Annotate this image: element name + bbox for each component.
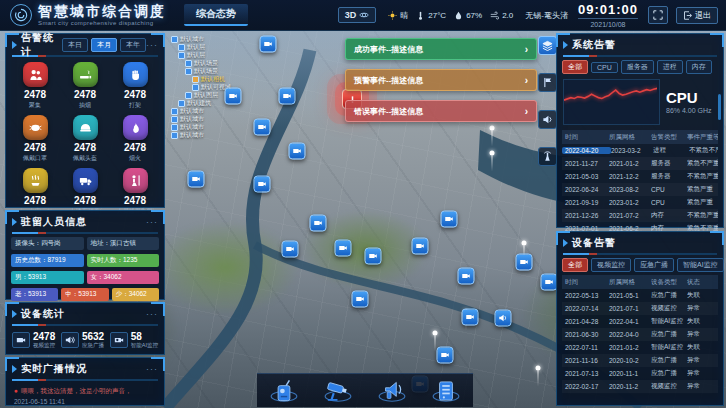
alarm-stat-抽烟[interactable]: 2478抽烟 [60, 62, 110, 110]
app-logo-icon [10, 4, 32, 26]
alarm-flag-tool-button[interactable] [538, 73, 557, 92]
success-event-banner[interactable]: 成功事件--描述信息 › [345, 38, 537, 60]
broadcast-tower-tool-button[interactable] [538, 147, 557, 166]
alarm-stat-佩戴口罩[interactable]: 2478佩戴口罩 [10, 115, 60, 163]
tab-overall-situation[interactable]: 综合态势 [184, 4, 248, 26]
alarm-stat-土渣车顶盖[interactable]: 2478土渣车顶盖 [60, 168, 110, 216]
camera-marker[interactable] [541, 274, 558, 291]
layer-icon [171, 124, 178, 131]
alarm-count: 2478 [24, 89, 46, 100]
tab-应急广播[interactable]: 应急广播 [634, 258, 674, 272]
table-row[interactable]: 2021-05-032021-12-2服务器不紧急严重 [562, 170, 718, 183]
camera-marker[interactable] [188, 171, 205, 188]
layers-tool-button[interactable] [538, 36, 557, 55]
table-row[interactable]: 2022-02-172020-11-2视频监控异常 [562, 380, 718, 393]
tab-智能AI监控[interactable]: 智能AI监控 [677, 258, 724, 272]
table-row[interactable]: 2021-06-302022-04-0应急广播异常 [562, 328, 718, 341]
speaker-tool-button[interactable] [538, 110, 557, 129]
map-pin[interactable] [522, 241, 527, 246]
table-row[interactable]: 2021-04-282022-04-1智能AI监控失联 [562, 315, 718, 328]
logout-button[interactable]: 退出 [676, 7, 718, 24]
camera-marker[interactable] [365, 248, 382, 265]
alarm-period-tabs: 本日本月本年 [62, 38, 146, 52]
camera-marker[interactable] [412, 238, 429, 255]
camera-marker[interactable] [289, 143, 306, 160]
alarm-stat-打架[interactable]: 2478打架 [110, 62, 160, 110]
table-row[interactable]: 2022-05-132021-05-1应急广播失联 [562, 289, 718, 302]
layer-tree-item[interactable]: 默认相机 [171, 75, 257, 83]
table-row[interactable]: 2022-06-242023-08-2CPU紧急严重 [562, 183, 718, 196]
camera-marker[interactable] [352, 291, 369, 308]
table-row[interactable]: 2021-12-262021-07-2内存不紧急严重 [562, 209, 718, 222]
layer-tree-item[interactable]: 默认城市 [171, 35, 257, 43]
layer-tree-item[interactable]: 默认城市 [171, 115, 257, 123]
tab-本年[interactable]: 本年 [120, 38, 146, 52]
alarm-count: 2478 [74, 89, 96, 100]
camera-marker[interactable] [254, 176, 271, 193]
layer-tree-item[interactable]: 默认层 [171, 43, 257, 51]
intercom-tool-button[interactable] [269, 377, 299, 405]
camera-icon [12, 332, 30, 348]
camera-marker[interactable] [282, 241, 299, 258]
layer-tree-item[interactable]: 默认层 [171, 51, 257, 59]
layer-tree-item[interactable]: 默认场景 [171, 59, 257, 67]
alarm-stat-火灾[interactable]: 2478火灾 [10, 168, 60, 216]
table-row[interactable]: 2022-04-202023-03-2进程不紧急不严重 [562, 144, 718, 157]
alarm-stat-烟火[interactable]: 2478烟火 [110, 115, 160, 163]
view-mode-3d-toggle[interactable]: 3D [338, 7, 377, 23]
camera-marker[interactable] [310, 215, 327, 232]
tab-CPU[interactable]: CPU [591, 62, 618, 73]
loudspeaker-tool-button[interactable] [377, 377, 407, 405]
layer-tree-item[interactable]: 默认可视域 [171, 83, 257, 91]
cctv-tool-button[interactable] [323, 377, 353, 405]
camera-marker[interactable] [462, 309, 479, 326]
tab-内存[interactable]: 内存 [686, 60, 712, 74]
map-pin[interactable] [490, 126, 495, 131]
table-row[interactable]: 2022-07-112021-01-2智能AI监控失联 [562, 341, 718, 354]
alarm-stat-人员越界告警[interactable]: 2478人员越界告警 [110, 168, 160, 216]
error-event-banner[interactable]: 错误事件--描述信息 › [345, 100, 537, 122]
table-row[interactable]: 2021-07-132020-11-1应急广播异常 [562, 367, 718, 380]
warning-event-banner[interactable]: 预警事件--描述信息 › [345, 69, 537, 91]
panel-menu-button[interactable]: ··· [146, 309, 158, 319]
tab-全部[interactable]: 全部 [562, 60, 588, 74]
alarm-stat-聚集[interactable]: 2478聚集 [10, 62, 60, 110]
layer-tree-item[interactable]: 默认图层 [171, 91, 257, 99]
panel-menu-button[interactable]: ··· [146, 364, 158, 374]
layer-tree-item[interactable]: 默认场景 [171, 67, 257, 75]
camera-marker[interactable] [225, 88, 242, 105]
camera-marker[interactable] [441, 211, 458, 228]
map-pin[interactable] [536, 366, 541, 371]
tab-服务器[interactable]: 服务器 [621, 60, 654, 74]
layer-tree-item[interactable]: 默认城市 [171, 131, 257, 139]
table-row[interactable]: 2022-07-142021-07-1视频监控异常 [562, 302, 718, 315]
camera-marker[interactable] [458, 268, 475, 285]
fullscreen-button[interactable] [648, 6, 668, 24]
tab-本日[interactable]: 本日 [62, 38, 88, 52]
table-row[interactable]: 2021-09-192023-01-2CPU紧急严重 [562, 196, 718, 209]
map-pin[interactable] [433, 331, 438, 336]
tab-本月[interactable]: 本月 [91, 38, 117, 52]
scrollbar[interactable] [718, 94, 721, 120]
panel-menu-button[interactable]: ··· [146, 217, 158, 227]
tab-进程[interactable]: 进程 [657, 60, 683, 74]
camera-marker[interactable] [516, 254, 533, 271]
panel-arrow-icon [563, 41, 568, 49]
panel-menu-button[interactable]: ··· [146, 40, 158, 50]
tab-视频监控[interactable]: 视频监控 [591, 258, 631, 272]
camera-marker[interactable] [279, 88, 296, 105]
camera-marker[interactable] [335, 240, 352, 257]
map-pin[interactable] [490, 151, 495, 156]
camera-marker[interactable] [260, 36, 277, 53]
layer-tree-item[interactable]: 默认城市 [171, 123, 257, 131]
camera-marker[interactable] [254, 119, 271, 136]
server-tool-button[interactable] [431, 377, 461, 405]
speaker-marker[interactable] [495, 310, 512, 327]
table-row[interactable]: 2021-11-272021-01-2服务器紧急不严重 [562, 157, 718, 170]
table-row[interactable]: 2021-11-162020-10-2应急广播异常 [562, 354, 718, 367]
camera-marker[interactable] [437, 347, 454, 364]
layer-tree-item[interactable]: 默认建筑 [171, 99, 257, 107]
layer-tree-item[interactable]: 默认城市 [171, 107, 257, 115]
alarm-stat-佩戴头盔[interactable]: 2478佩戴头盔 [60, 115, 110, 163]
tab-全部[interactable]: 全部 [562, 258, 588, 272]
